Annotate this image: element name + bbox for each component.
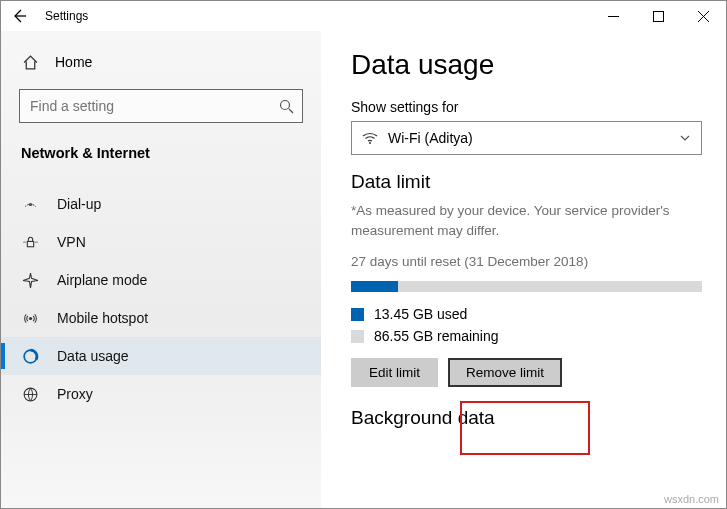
arrow-left-icon [11,8,27,24]
search-icon [278,98,294,114]
remove-limit-button[interactable]: Remove limit [448,358,562,387]
svg-rect-0 [654,11,664,21]
watermark: wsxdn.com [664,493,719,505]
used-swatch [351,308,364,321]
home-nav[interactable]: Home [1,45,321,79]
svg-point-1 [281,101,290,110]
datausage-icon [21,347,39,365]
vpn-icon [21,233,39,251]
used-text: 13.45 GB used [374,306,467,322]
wifi-icon [362,130,378,146]
remaining-text: 86.55 GB remaining [374,328,499,344]
sidebar-item-label: Airplane mode [57,272,147,288]
network-selected: Wi-Fi (Aditya) [388,130,473,146]
close-icon [698,11,709,22]
dialup-icon [21,195,39,213]
sidebar-item-label: Dial-up [57,196,101,212]
airplane-icon [21,271,39,289]
sidebar-item-datausage[interactable]: Data usage [1,337,321,375]
minimize-icon [608,11,619,22]
home-icon [21,53,39,71]
usage-bar [351,281,702,292]
background-data-heading: Background data [351,407,702,429]
show-settings-label: Show settings for [351,99,702,115]
sidebar-item-hotspot[interactable]: Mobile hotspot [1,299,321,337]
data-limit-heading: Data limit [351,171,702,193]
network-dropdown[interactable]: Wi-Fi (Aditya) [351,121,702,155]
sidebar-item-dialup[interactable]: Dial-up [1,185,321,223]
maximize-icon [653,11,664,22]
sidebar-item-vpn[interactable]: VPN [1,223,321,261]
svg-point-7 [369,142,371,144]
sidebar-item-airplane[interactable]: Airplane mode [1,261,321,299]
edit-limit-button[interactable]: Edit limit [351,358,438,387]
sidebar-item-label: Data usage [57,348,129,364]
sidebar-item-label: VPN [57,234,86,250]
proxy-icon [21,385,39,403]
search-field[interactable] [30,98,278,114]
home-label: Home [55,54,92,70]
close-button[interactable] [681,1,726,31]
sidebar-item-proxy[interactable]: Proxy [1,375,321,413]
maximize-button[interactable] [636,1,681,31]
sidebar-item-label: Proxy [57,386,93,402]
back-button[interactable] [9,6,29,26]
main-content: Data usage Show settings for Wi-Fi (Adit… [321,31,726,508]
legend-remaining: 86.55 GB remaining [351,328,702,344]
search-input[interactable] [19,89,303,123]
usage-bar-fill [351,281,398,292]
hotspot-icon [21,309,39,327]
sidebar-item-label: Mobile hotspot [57,310,148,326]
titlebar: Settings [1,1,726,31]
reset-text: 27 days until reset (31 December 2018) [351,254,702,269]
page-title: Data usage [351,49,702,81]
disclaimer-text: *As measured by your device. Your servic… [351,201,702,240]
chevron-down-icon [679,132,691,144]
minimize-button[interactable] [591,1,636,31]
remaining-swatch [351,330,364,343]
legend-used: 13.45 GB used [351,306,702,322]
window-title: Settings [45,9,88,23]
svg-point-4 [28,316,31,319]
sidebar-section: Network & Internet [1,139,321,175]
svg-rect-3 [27,241,33,246]
sidebar: Home Network & Internet Dial-up [1,31,321,508]
